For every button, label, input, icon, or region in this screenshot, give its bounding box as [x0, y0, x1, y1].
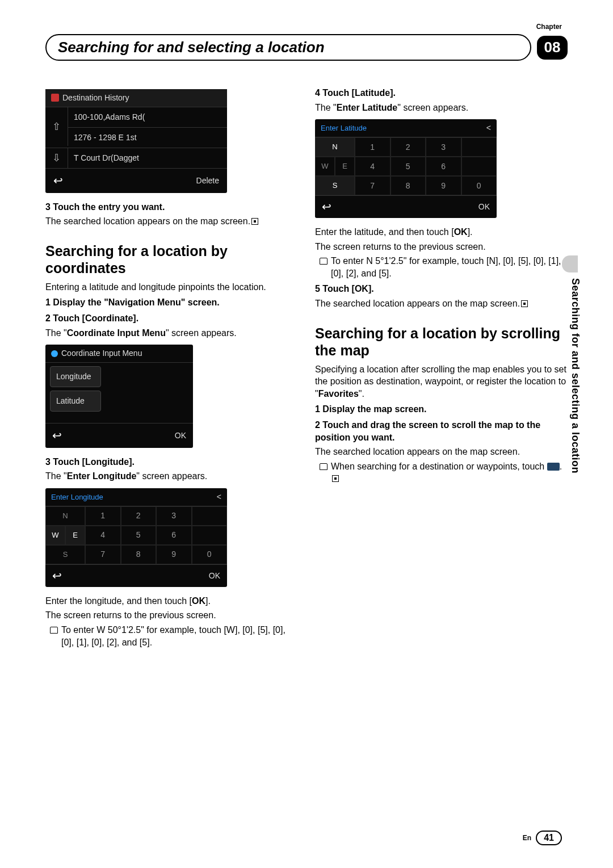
- key-5[interactable]: 5: [391, 157, 426, 176]
- key-5[interactable]: 5: [121, 526, 157, 545]
- end-mark-icon: [251, 218, 258, 225]
- lon-p2: The screen returns to the previous scree…: [45, 609, 298, 622]
- footer-lang: En: [523, 834, 531, 842]
- key-7[interactable]: 7: [355, 176, 391, 195]
- lat-note: To enter N 5°1'2.5" for example, touch […: [315, 255, 568, 279]
- latitude-button[interactable]: Latitude: [50, 391, 101, 412]
- coord-step-1: 1 Display the "Navigation Menu" screen.: [45, 296, 298, 309]
- note-icon: [320, 258, 328, 265]
- key-2[interactable]: 2: [121, 506, 157, 526]
- chapter-number-badge: 08: [537, 36, 568, 60]
- key-9[interactable]: 9: [156, 545, 192, 564]
- key-9[interactable]: 9: [426, 176, 461, 195]
- numeric-keypad: 1 2 3 4 5 6 7 8 9 0: [355, 137, 497, 195]
- coord-step-3: 3 Touch [Longitude].: [45, 456, 298, 468]
- step-5: 5 Touch [OK].: [315, 283, 568, 295]
- lon-title: Enter Longitude: [51, 492, 103, 502]
- note-icon: [320, 463, 328, 470]
- delete-button[interactable]: Delete: [196, 175, 219, 186]
- scroll-up-icon[interactable]: ⇧: [45, 107, 68, 146]
- key-3[interactable]: 3: [426, 137, 461, 157]
- figure-enter-latitude: Enter Latitude < N W E S 1 2 3 4 5 6: [315, 119, 497, 218]
- coord-step-2: 2 Touch [Coordinate].: [45, 312, 298, 325]
- key-2[interactable]: 2: [391, 137, 426, 157]
- dh-title-text: Destination History: [62, 93, 129, 103]
- numeric-keypad: 1 2 3 4 5 6 7 8 9 0: [85, 506, 227, 564]
- map-step-2: 2 Touch and drag the screen to scroll th…: [315, 419, 568, 443]
- dir-e[interactable]: E: [65, 526, 85, 545]
- map-note: When searching for a destination or wayp…: [315, 460, 568, 485]
- page-title: Searching for and selecting a location: [45, 34, 531, 61]
- dir-n[interactable]: N: [315, 137, 355, 157]
- key-6[interactable]: 6: [426, 157, 461, 176]
- ok-button[interactable]: OK: [175, 430, 186, 441]
- coord-step-2-body: The "Coordinate Input Menu" screen appea…: [45, 327, 298, 339]
- right-column: 4 Touch [Latitude]. The "Enter Latitude"…: [315, 83, 568, 651]
- map-step-2-body: The searched location appears on the map…: [315, 446, 568, 458]
- flag-icon: [547, 463, 560, 471]
- back-icon[interactable]: ↩: [52, 568, 62, 584]
- history-icon: [51, 94, 59, 102]
- map-step-1: 1 Display the map screen.: [315, 403, 568, 416]
- step-5-body: The searched location appears on the map…: [315, 297, 568, 310]
- key-blank: [461, 157, 497, 176]
- key-8[interactable]: 8: [391, 176, 426, 195]
- figure-destination-history: Destination History ⇧ 100-100,Adams Rd( …: [45, 89, 227, 193]
- lat-p2: The screen returns to the previous scree…: [315, 241, 568, 253]
- dh-row-2[interactable]: T Court Dr(Dagget: [68, 148, 227, 168]
- lat-p1: Enter the latitude, and then touch [OK].: [315, 226, 568, 238]
- heading-coordinates: Searching for a location by coordinates: [45, 242, 298, 276]
- dir-s[interactable]: S: [45, 545, 85, 564]
- dir-s[interactable]: S: [315, 176, 355, 195]
- lon-p1: Enter the longitude, and then touch [OK]…: [45, 595, 298, 607]
- key-1[interactable]: 1: [85, 506, 121, 526]
- step-4-body: The "Enter Latitude" screen appears.: [315, 102, 568, 114]
- dh-row-0[interactable]: 100-100,Adams Rd(: [68, 107, 227, 128]
- side-tab: [562, 255, 578, 272]
- page-header: Searching for and selecting a location 0…: [45, 34, 568, 61]
- key-4[interactable]: 4: [355, 157, 391, 176]
- step-3: 3 Touch the entry you want.: [45, 201, 298, 213]
- key-blank: [192, 506, 228, 526]
- key-0[interactable]: 0: [192, 545, 228, 564]
- lat-title: Enter Latitude: [321, 123, 367, 133]
- key-3[interactable]: 3: [156, 506, 192, 526]
- scroll-intro: Specifying a location after scrolling th…: [315, 363, 568, 400]
- chapter-label: Chapter: [536, 23, 562, 31]
- side-running-title: Searching for and selecting a location: [569, 278, 581, 473]
- end-mark-icon: [332, 475, 339, 482]
- longitude-button[interactable]: Longitude: [50, 366, 101, 387]
- key-8[interactable]: 8: [121, 545, 157, 564]
- key-0[interactable]: 0: [461, 176, 497, 195]
- coords-intro: Entering a latitude and longitude pinpoi…: [45, 281, 298, 293]
- note-icon: [50, 627, 58, 634]
- key-1[interactable]: 1: [355, 137, 391, 157]
- close-icon[interactable]: <: [217, 492, 221, 502]
- back-icon[interactable]: ↩: [53, 173, 63, 188]
- lon-note: To enter W 50°1'2.5" for example, touch …: [45, 624, 298, 648]
- dh-row-1[interactable]: 1276 - 1298 E 1st: [68, 128, 227, 148]
- key-7[interactable]: 7: [85, 545, 121, 564]
- step-3-body: The searched location appears on the map…: [45, 215, 298, 228]
- ok-button[interactable]: OK: [478, 202, 490, 212]
- dir-e[interactable]: E: [335, 157, 355, 176]
- key-4[interactable]: 4: [85, 526, 121, 545]
- back-icon[interactable]: ↩: [322, 199, 331, 215]
- globe-icon: [51, 350, 58, 357]
- page-footer: En 41: [523, 831, 562, 845]
- coord-step-3-body: The "Enter Longitude" screen appears.: [45, 470, 298, 483]
- left-column: Destination History ⇧ 100-100,Adams Rd( …: [45, 83, 298, 651]
- scroll-down-icon[interactable]: ⇩: [45, 148, 68, 168]
- back-icon[interactable]: ↩: [52, 428, 62, 443]
- key-blank: [192, 526, 228, 545]
- ok-button[interactable]: OK: [209, 571, 220, 581]
- dir-n[interactable]: N: [45, 506, 85, 526]
- heading-scroll-map: Searching for a location by scrolling th…: [315, 325, 568, 359]
- key-blank: [461, 137, 497, 157]
- dir-w[interactable]: W: [315, 157, 335, 176]
- end-mark-icon: [521, 300, 528, 307]
- dir-w[interactable]: W: [45, 526, 65, 545]
- close-icon[interactable]: <: [486, 123, 491, 133]
- cim-title-text: Coordinate Input Menu: [61, 348, 142, 359]
- key-6[interactable]: 6: [156, 526, 192, 545]
